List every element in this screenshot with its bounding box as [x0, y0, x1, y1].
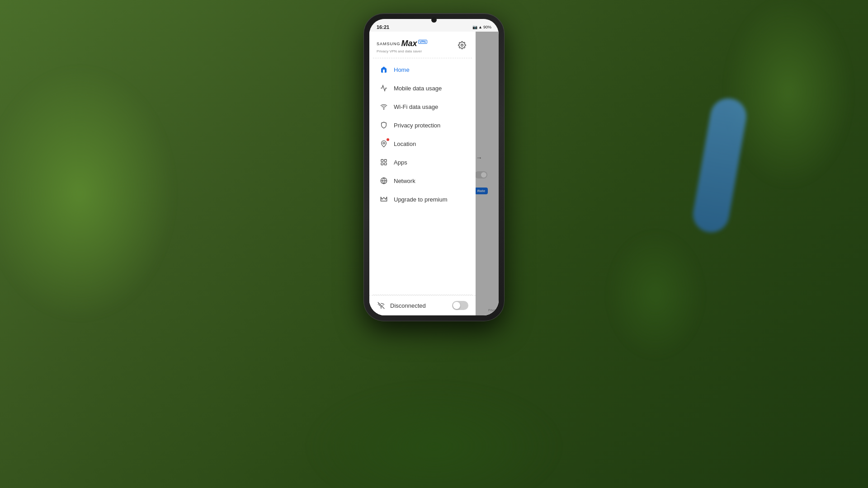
brand-name: SAMSUNG Max VPN	[377, 39, 427, 48]
sidebar-drawer: SAMSUNG Max VPN Privacy VPN and data sav…	[369, 32, 476, 315]
home-icon	[379, 65, 388, 74]
nav-label-network: Network	[394, 178, 415, 184]
disconnected-label: Disconnected	[390, 302, 448, 309]
nav-label-location: Location	[394, 141, 416, 147]
scene: 16:21 📷 ▲ 90% → Rate	[0, 0, 868, 488]
nav-item-home[interactable]: Home	[372, 61, 473, 79]
nav-label-wifi-data: Wi-Fi data usage	[394, 103, 438, 110]
notification-icon: 📷	[472, 25, 477, 29]
brand-samsung: SAMSUNG	[377, 42, 401, 46]
disconnected-row: Disconnected	[377, 301, 468, 310]
nav-label-mobile-data: Mobile data usage	[394, 85, 442, 92]
nav-label-apps: Apps	[394, 159, 407, 166]
nav-label-privacy: Privacy protection	[394, 122, 440, 129]
sidebar-header: SAMSUNG Max VPN Privacy VPN and data sav…	[369, 32, 476, 58]
phone-shell: 16:21 📷 ▲ 90% → Rate	[364, 14, 504, 321]
status-time: 16:21	[377, 24, 389, 30]
svg-rect-6	[384, 163, 387, 165]
apps-icon	[379, 158, 388, 167]
svg-point-0	[461, 44, 463, 47]
svg-rect-3	[381, 160, 383, 162]
vpn-toggle[interactable]	[452, 301, 468, 310]
nav-item-upgrade[interactable]: Upgrade to premium	[372, 190, 473, 208]
wifi-icon	[379, 102, 388, 111]
nav-item-wifi-data[interactable]: Wi-Fi data usage	[372, 98, 473, 116]
nav-item-location[interactable]: Location	[372, 135, 473, 153]
shield-icon	[379, 121, 388, 130]
phone-wrapper: 16:21 📷 ▲ 90% → Rate	[364, 14, 504, 321]
brand-container: SAMSUNG Max VPN Privacy VPN and data sav…	[377, 39, 427, 53]
camera-notch	[431, 17, 437, 23]
app-content: → Rate Privacy SAMSUNG	[369, 32, 499, 315]
sidebar-bottom: Disconnected	[369, 295, 476, 315]
settings-button[interactable]	[456, 39, 468, 52]
nav-item-mobile-data[interactable]: Mobile data usage	[372, 79, 473, 97]
nav-item-apps[interactable]: Apps	[372, 153, 473, 171]
phone-screen: 16:21 📷 ▲ 90% → Rate	[369, 19, 499, 315]
status-icons: 📷 ▲ 90%	[472, 25, 491, 29]
battery-icon: 90%	[483, 25, 491, 29]
nav-item-privacy[interactable]: Privacy protection	[372, 116, 473, 134]
nav-label-home: Home	[394, 66, 410, 73]
brand-subtitle: Privacy VPN and data saver	[377, 49, 427, 53]
crown-icon	[379, 195, 388, 204]
nav-list: Home Mobile data usage	[369, 58, 476, 295]
brand-max: Max	[401, 39, 417, 48]
globe-icon	[379, 176, 388, 185]
signal-icon: ▲	[478, 25, 482, 29]
svg-point-9	[381, 308, 381, 308]
status-right: 📷 ▲ 90%	[472, 25, 491, 29]
brand-vpn-badge: VPN	[418, 40, 427, 44]
sidebar-overlay[interactable]	[476, 32, 499, 315]
nav-item-network[interactable]: Network	[372, 172, 473, 190]
signal-bar-icon	[379, 84, 388, 93]
svg-point-2	[383, 142, 385, 144]
svg-rect-5	[381, 163, 383, 165]
nav-label-upgrade: Upgrade to premium	[394, 196, 448, 203]
disconnected-icon	[377, 301, 386, 310]
svg-point-1	[383, 109, 384, 109]
location-icon	[379, 139, 388, 148]
location-badge-dot	[387, 138, 389, 141]
svg-rect-4	[384, 160, 387, 162]
